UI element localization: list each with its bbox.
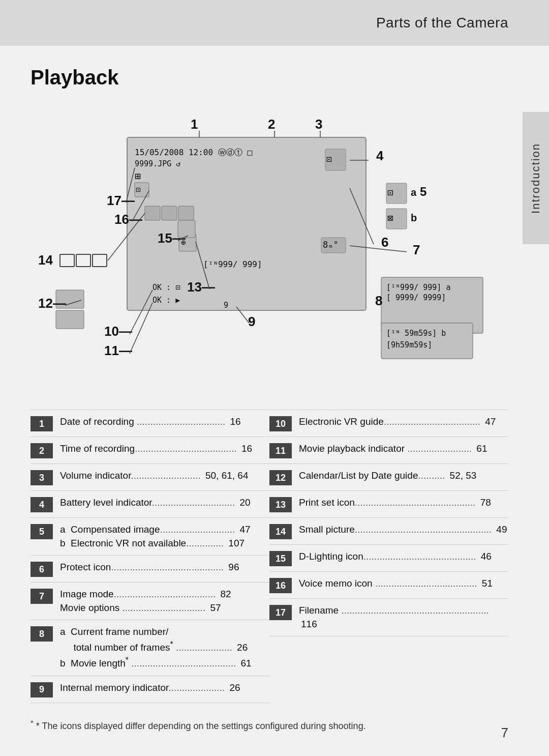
svg-text:10—: 10—: [104, 324, 132, 339]
legend-item-11: 11 Movie playback indicator ............…: [269, 437, 508, 463]
svg-rect-59: [60, 254, 74, 267]
svg-rect-33: [56, 310, 84, 329]
legend-num-9: 9: [30, 682, 53, 697]
legend-text-3: Volume indicator........................…: [60, 469, 269, 483]
legend-text-9: Internal memory indicator...............…: [60, 681, 269, 695]
legend-text-4: Battery level indicator.................…: [60, 496, 269, 510]
legend-num-7: 7: [30, 589, 53, 604]
svg-text:OK : ▶: OK : ▶: [152, 296, 180, 305]
legend-num-11: 11: [269, 443, 292, 458]
legend-text-13: Print set icon..........................…: [299, 496, 508, 510]
svg-text:7: 7: [413, 242, 420, 257]
legend-item-3: 3 Volume indicator......................…: [30, 463, 269, 490]
legend-item-14: 14 Small picture........................…: [269, 517, 508, 544]
legend-item-4: 4 Battery level indicator...............…: [30, 490, 269, 517]
legend-text-16: Voice memo icon ........................…: [299, 577, 508, 591]
legend-num-10: 10: [269, 416, 292, 431]
svg-text:15—: 15—: [158, 230, 186, 246]
diagram-area: 15/05/2008 12:00 ⓦⓓⓣ □ 9999.JPG ↺ ⊡ ⊞ ⊕ …: [30, 104, 508, 389]
svg-text:9999.JPG  ↺: 9999.JPG ↺: [135, 159, 180, 168]
svg-text:⊡: ⊡: [387, 187, 393, 198]
svg-text:[9h59m59s]: [9h59m59s]: [386, 340, 432, 350]
legend-num-14: 14: [269, 524, 292, 539]
diagram-svg: 15/05/2008 12:00 ⓦⓓⓣ □ 9999.JPG ↺ ⊡ ⊞ ⊕ …: [30, 104, 508, 389]
svg-text:11—: 11—: [104, 343, 132, 358]
svg-text:2: 2: [268, 117, 275, 132]
legend-num-5: 5: [30, 524, 53, 539]
footnote: * * The icons displayed differ depending…: [30, 718, 518, 732]
svg-text:⊡: ⊡: [136, 185, 140, 194]
legend-num-12: 12: [269, 470, 292, 485]
svg-rect-15: [178, 206, 194, 220]
svg-text:OK : ⊡: OK : ⊡: [152, 283, 180, 292]
header-title: Parts of the Camera: [376, 15, 508, 31]
legend-num-4: 4: [30, 497, 53, 512]
legend-num-17: 17: [269, 605, 292, 620]
svg-text:[ 9999/ 9999]: [ 9999/ 9999]: [386, 293, 446, 302]
header-bar: Parts of the Camera: [0, 0, 549, 46]
legend-item-10: 10 Electronic VR guide..................…: [269, 410, 508, 437]
legend-text-12: Calendar/List by Date guide.......... 52…: [299, 469, 508, 483]
side-tab: Introduction: [523, 112, 549, 244]
legend-num-13: 13: [269, 497, 292, 512]
legend-num-2: 2: [30, 443, 53, 458]
legend-text-11: Movie playback indicator ...............…: [299, 442, 508, 456]
svg-text:16—: 16—: [114, 212, 142, 227]
legend-text-10: Electronic VR guide.....................…: [299, 415, 508, 429]
svg-rect-14: [162, 206, 177, 220]
legend-table: 1 Date of recording ....................…: [30, 410, 508, 703]
svg-text:8: 8: [375, 293, 382, 308]
svg-text:⊡: ⊡: [326, 154, 332, 164]
legend-item-6: 6 Protect icon..........................…: [30, 555, 269, 582]
legend-item-2: 2 Time of recording.....................…: [30, 437, 269, 463]
legend-text-14: Small picture...........................…: [299, 523, 508, 537]
legend-text-1: Date of recording ......................…: [60, 415, 269, 429]
svg-text:15/05/2008  12:00 ⓦⓓⓣ □: 15/05/2008 12:00 ⓦⓓⓣ □: [135, 148, 252, 157]
legend-num-6: 6: [30, 562, 53, 577]
legend-item-13: 13 Print set icon.......................…: [269, 490, 508, 517]
legend-text-15: D-Lighting icon.........................…: [299, 550, 508, 564]
legend-text-8: a Current frame number/ total number of …: [60, 625, 269, 670]
legend-num-3: 3: [30, 470, 53, 485]
legend-num-1: 1: [30, 416, 53, 431]
svg-text:a: a: [411, 187, 417, 198]
legend-right-col: 10 Electronic VR guide..................…: [269, 410, 508, 703]
svg-text:9: 9: [224, 301, 228, 310]
legend-text-6: Protect icon............................…: [60, 561, 269, 574]
svg-text:⊞: ⊞: [135, 170, 141, 182]
svg-text:⊠: ⊠: [387, 212, 393, 223]
legend-item-7: 7 Image mode............................…: [30, 582, 269, 620]
svg-text:8ₘ°: 8ₘ°: [323, 240, 339, 250]
svg-rect-60: [76, 254, 90, 267]
legend-text-2: Time of recording.......................…: [60, 442, 269, 456]
section-title: Playback: [30, 66, 518, 89]
legend-num-15: 15: [269, 551, 292, 566]
legend-text-17: Filename ...............................…: [299, 604, 508, 631]
legend-item-5: 5 a Compensated image...................…: [30, 517, 269, 555]
legend-text-7: Image mode..............................…: [60, 588, 269, 615]
legend-item-15: 15 D-Lighting icon......................…: [269, 544, 508, 571]
legend-item-17: 17 Filename ............................…: [269, 598, 508, 636]
svg-text:3: 3: [315, 117, 322, 132]
svg-text:9: 9: [248, 314, 255, 329]
main-content: Playback 15/05/2008 12:00 ⓦⓓⓣ □ 9999.JPG…: [30, 46, 518, 732]
svg-text:6: 6: [381, 235, 388, 250]
svg-text:13—: 13—: [187, 279, 215, 295]
svg-text:5: 5: [420, 185, 426, 198]
svg-text:[ᴵᴺ999/  999] a: [ᴵᴺ999/ 999] a: [386, 283, 450, 292]
svg-text:4: 4: [376, 148, 384, 163]
legend-item-16: 16 Voice memo icon .....................…: [269, 571, 508, 598]
legend-text-5: a Compensated image.....................…: [60, 523, 269, 550]
svg-rect-61: [93, 254, 107, 267]
legend-item-12: 12 Calendar/List by Date guide..........…: [269, 463, 508, 490]
svg-text:[ᴵᴺ999/  999]: [ᴵᴺ999/ 999]: [203, 259, 262, 269]
svg-rect-13: [145, 206, 160, 220]
svg-text:14: 14: [38, 252, 53, 268]
svg-text:17—: 17—: [107, 193, 135, 208]
svg-text:[ᴵᴺ 59m59s] b: [ᴵᴺ 59m59s] b: [386, 329, 446, 338]
svg-text:b: b: [411, 212, 417, 223]
side-tab-label: Introduction: [529, 143, 542, 214]
legend-left-col: 1 Date of recording ....................…: [30, 410, 269, 703]
legend-num-16: 16: [269, 578, 292, 593]
legend-item-9: 9 Internal memory indicator.............…: [30, 676, 269, 703]
